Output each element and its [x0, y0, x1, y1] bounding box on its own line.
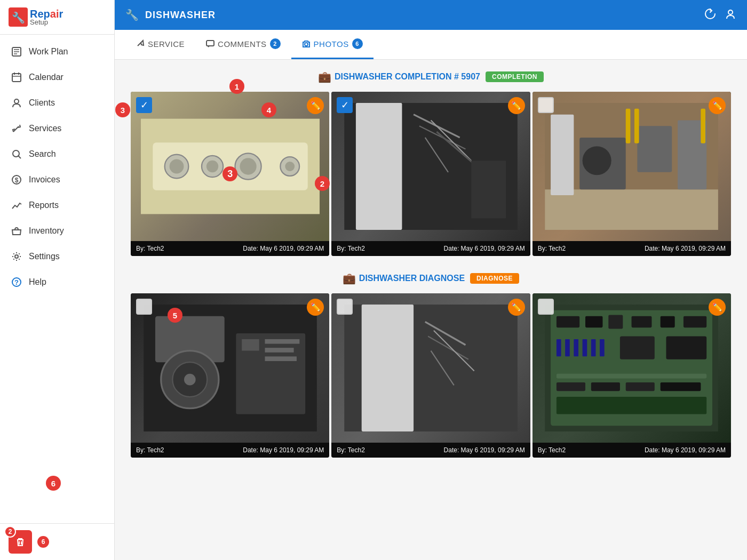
sidebar-navigation: Work Plan Calendar Clients Services Sear…: [0, 35, 114, 523]
photo-checkbox-d2[interactable]: [337, 299, 353, 315]
sidebar-label-search: Search: [29, 149, 56, 159]
services-icon: [11, 123, 22, 134]
user-button[interactable]: [725, 8, 736, 22]
photo-edit-d2[interactable]: ✏️: [508, 299, 525, 316]
photo-card-d3[interactable]: ✏️: [533, 293, 731, 458]
sidebar-item-inventory[interactable]: Inventory: [0, 218, 114, 244]
svg-rect-86: [557, 397, 706, 414]
photo-by-d3: By: Tech2: [538, 446, 566, 454]
svg-rect-74: [565, 339, 570, 356]
sidebar: 🔧 Repair Setup Work Plan Calendar: [0, 0, 115, 560]
svg-point-20: [305, 43, 308, 46]
sidebar-item-work-plan[interactable]: Work Plan: [0, 39, 114, 65]
photos-content: 💼 DISHWASHER COMPLETION # 5907 COMPLETIO…: [115, 60, 747, 560]
svg-rect-19: [206, 41, 214, 46]
svg-point-30: [285, 162, 295, 171]
tab-service[interactable]: SERVICE: [125, 30, 195, 59]
svg-rect-41: [551, 115, 574, 195]
comments-badge: 2: [270, 38, 281, 49]
diagnose-section-title: DISHWASHER DIAGNOSE: [359, 274, 465, 283]
svg-rect-71: [661, 316, 675, 328]
search-icon: [11, 148, 22, 160]
svg-rect-68: [585, 316, 602, 328]
header: 🔧 DISHWASHER: [115, 0, 747, 30]
svg-rect-48: [701, 109, 706, 143]
svg-rect-84: [626, 382, 655, 391]
photo-date-c1: Date: May 6 2019, 09:29 AM: [243, 245, 324, 252]
photo-footer-c1: By: Tech2 Date: May 6 2019, 09:29 AM: [131, 241, 329, 256]
sidebar-item-help[interactable]: ? Help: [0, 269, 114, 295]
photo-date-d3: Date: May 6 2019, 09:29 AM: [645, 446, 726, 454]
photo-date-d1: Date: May 6 2019, 09:29 AM: [243, 446, 324, 454]
svg-rect-83: [591, 382, 620, 391]
sidebar-item-settings[interactable]: Settings: [0, 244, 114, 269]
camera-tab-icon: [302, 39, 311, 48]
photo-date-c2: Date: May 6 2019, 09:29 AM: [444, 245, 525, 252]
completion-title-container: 💼 DISHWASHER COMPLETION # 5907: [318, 70, 480, 83]
svg-text:$: $: [15, 177, 19, 184]
sidebar-label-clients: Clients: [29, 98, 55, 108]
svg-rect-85: [661, 382, 701, 391]
sidebar-label-work-plan: Work Plan: [29, 47, 68, 57]
photo-by-c3: By: Tech2: [538, 245, 566, 252]
completion-section-header: 💼 DISHWASHER COMPLETION # 5907 COMPLETIO…: [131, 70, 731, 83]
refresh-button[interactable]: [704, 8, 716, 22]
logo: 🔧 Repair Setup: [0, 0, 114, 35]
svg-rect-47: [634, 109, 639, 143]
photo-card-d1[interactable]: ✏️ By: Tech: [131, 293, 329, 458]
photo-edit-d3[interactable]: ✏️: [709, 299, 726, 316]
svg-rect-81: [557, 374, 706, 379]
svg-rect-38: [471, 161, 506, 218]
photo-card-c1[interactable]: 3 ✓ ✏️: [131, 92, 329, 256]
photo-edit-c2[interactable]: ✏️: [508, 97, 525, 114]
completion-section-title: DISHWASHER COMPLETION # 5907: [335, 72, 480, 82]
svg-rect-77: [591, 339, 596, 356]
sidebar-label-help: Help: [29, 277, 46, 287]
photo-checkbox-d1[interactable]: [136, 299, 152, 315]
svg-point-10: [14, 99, 19, 103]
photo-checkbox-c3[interactable]: [538, 97, 554, 113]
photo-footer-c3: By: Tech2 Date: May 6 2019, 09:29 AM: [533, 241, 731, 256]
annotation-3: 3: [222, 166, 237, 181]
photo-checkbox-c1[interactable]: ✓: [136, 97, 152, 113]
tab-comments[interactable]: COMMENTS 2: [195, 30, 291, 59]
photo-card-d2[interactable]: ✏️ By: Tech2 Date: May 6 2019, 09:29 AM: [331, 293, 530, 458]
svg-rect-79: [620, 337, 655, 359]
svg-rect-60: [362, 305, 414, 431]
sidebar-item-calendar[interactable]: Calendar: [0, 65, 114, 90]
photo-by-c1: By: Tech2: [136, 245, 164, 252]
svg-rect-57: [265, 348, 293, 353]
svg-rect-76: [583, 339, 587, 356]
sidebar-item-clients[interactable]: Clients: [0, 90, 114, 116]
svg-rect-70: [632, 316, 652, 328]
svg-point-28: [240, 158, 256, 174]
photo-checkbox-d3[interactable]: [538, 299, 554, 315]
svg-rect-67: [557, 316, 579, 328]
sidebar-bottom: 2 6: [0, 523, 114, 560]
tab-photos[interactable]: PHOTOS 6: [291, 30, 374, 59]
sidebar-label-services: Services: [29, 124, 61, 133]
svg-rect-55: [242, 339, 259, 351]
photo-date-c3: Date: May 6 2019, 09:29 AM: [645, 245, 726, 252]
svg-rect-32: [356, 103, 402, 230]
sidebar-item-reports[interactable]: Reports: [0, 193, 114, 218]
wrench-tab-icon: [136, 39, 145, 48]
sidebar-item-search[interactable]: Search: [0, 141, 114, 167]
svg-rect-69: [609, 315, 623, 329]
sidebar-item-invoices[interactable]: $ Invoices: [0, 167, 114, 193]
sidebar-label-settings: Settings: [29, 252, 60, 261]
sidebar-label-reports: Reports: [29, 201, 59, 210]
photo-card-c3[interactable]: ✏️: [533, 92, 731, 256]
photo-edit-c3[interactable]: ✏️: [709, 97, 726, 114]
photo-checkbox-c2[interactable]: ✓: [337, 97, 353, 113]
photo-footer-d3: By: Tech2 Date: May 6 2019, 09:29 AM: [533, 443, 731, 458]
svg-rect-44: [638, 126, 672, 172]
briefcase-icon-completion: 💼: [318, 70, 331, 83]
sidebar-item-services[interactable]: Services: [0, 116, 114, 141]
svg-point-24: [169, 159, 184, 174]
pump-motor-photo: [141, 305, 320, 431]
diagnose-photo-grid: ✏️ By: Tech: [131, 293, 731, 458]
photo-card-c2[interactable]: ✓ ✏️ By: Tech2 Date: [331, 92, 530, 256]
side-panel-photo: [341, 305, 520, 431]
settings-icon: [11, 251, 22, 262]
